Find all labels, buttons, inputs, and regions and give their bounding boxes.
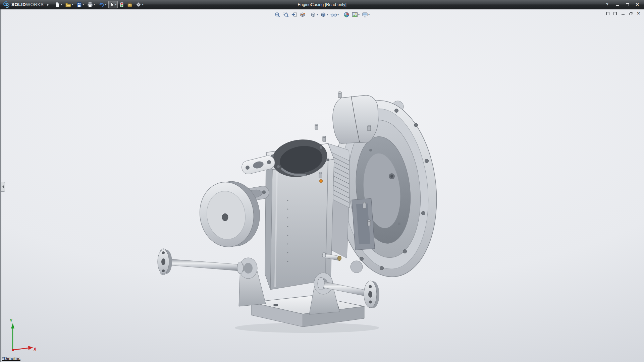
save-button[interactable]: ▾ (75, 1, 85, 8)
solidworks-swirl-icon (3, 1, 10, 8)
hide-show-glasses-icon (330, 12, 337, 18)
close-document-button[interactable]: ✕ (636, 11, 641, 16)
brand-works: WORKS (26, 2, 44, 7)
rebuild-button[interactable] (118, 1, 125, 8)
save-icon (76, 2, 82, 7)
brand-solid: SOLID (11, 2, 26, 7)
open-document-icon (65, 2, 71, 7)
view-settings-icon (362, 12, 368, 18)
view-orientation-button[interactable]: ▾ (309, 11, 319, 19)
document-window-controls: ✕ (605, 11, 641, 16)
close-icon: ✕ (636, 2, 639, 7)
pane-left-button[interactable] (605, 11, 610, 16)
app-logo[interactable]: SOLIDWORKS (0, 1, 46, 8)
engine-casing-model[interactable] (0, 9, 644, 362)
options-dropdown-caret-icon[interactable]: ▾ (142, 3, 143, 6)
window-controls: ? ✕ (604, 2, 644, 7)
view-orientation-caret-icon[interactable]: ▾ (317, 13, 318, 16)
close-button[interactable]: ✕ (635, 2, 640, 7)
view-settings-button[interactable]: ▾ (361, 11, 371, 19)
brand-text: SOLIDWORKS (11, 2, 44, 7)
options-button[interactable]: ▾ (135, 1, 145, 8)
hide-show-items-button[interactable]: ▾ (329, 11, 340, 19)
x-axis-label: X (34, 347, 36, 352)
minimize-icon (616, 5, 619, 6)
hide-show-caret-icon[interactable]: ▾ (337, 13, 339, 16)
maximize-icon (626, 3, 629, 6)
print-button[interactable]: ▾ (86, 1, 96, 8)
save-dropdown-caret-icon[interactable]: ▾ (83, 3, 84, 6)
new-document-button[interactable]: ▾ (54, 1, 63, 8)
featuremanager-collapsed-tab[interactable] (1, 182, 5, 192)
y-axis-label: Y (10, 318, 12, 323)
edit-appearance-sphere-icon (343, 12, 350, 18)
previous-view-icon (291, 12, 297, 18)
view-orientation-label: *Dimetric (2, 356, 20, 361)
display-style-button[interactable]: ▾ (319, 11, 329, 19)
new-document-icon (55, 2, 60, 7)
restore-document-button[interactable] (628, 11, 634, 16)
edit-appearance-button[interactable] (342, 11, 351, 19)
minimize-button[interactable] (614, 2, 620, 7)
apply-scene-button[interactable]: ▾ (351, 11, 361, 19)
options-gear-icon (136, 2, 141, 7)
view-settings-caret-icon[interactable]: ▾ (368, 13, 370, 16)
minimize-document-button[interactable] (620, 11, 626, 16)
rebuild-traffic-light-icon (120, 2, 124, 7)
minimize-document-icon (622, 14, 625, 15)
solidworks-window: SOLIDWORKS ▾ ▾ ▾ ▾ ▾ ▾ (0, 0, 644, 362)
print-icon (87, 2, 93, 7)
file-properties-icon (127, 2, 132, 7)
pane-right-button[interactable] (612, 11, 618, 16)
close-document-icon: ✕ (637, 11, 640, 16)
select-cursor-icon (110, 2, 114, 7)
zoom-to-area-button[interactable] (282, 11, 290, 19)
pane-right-icon (613, 12, 617, 15)
zoom-to-fit-button[interactable] (273, 11, 281, 19)
title-bar: SOLIDWORKS ▾ ▾ ▾ ▾ ▾ ▾ (0, 0, 644, 9)
display-style-icon (320, 12, 326, 18)
select-dropdown-caret-icon[interactable]: ▾ (115, 3, 116, 6)
help-button[interactable]: ? (604, 2, 610, 7)
triad-origin (12, 349, 14, 351)
reference-triad[interactable]: Y X (5, 318, 38, 355)
x-axis-arrow-icon (28, 346, 33, 350)
display-style-caret-icon[interactable]: ▾ (327, 13, 328, 16)
undo-icon (98, 2, 104, 7)
menu-flyout-arrow-icon[interactable] (47, 3, 49, 6)
document-title: EngineCasing [Read-only] (0, 2, 644, 7)
zoom-to-area-icon (283, 12, 289, 18)
pane-left-icon (606, 12, 609, 15)
open-document-button[interactable]: ▾ (64, 1, 74, 8)
previous-view-button[interactable] (290, 11, 298, 19)
view-orientation-cube-icon (310, 12, 316, 18)
y-axis-arrow-icon (11, 323, 14, 328)
heads-up-view-toolbar: ▾ ▾ ▾ ▾ ▾ (273, 11, 371, 19)
undo-button[interactable]: ▾ (97, 1, 108, 8)
graphics-area[interactable]: ▾ ▾ ▾ ▾ ▾ (0, 9, 644, 362)
new-dropdown-caret-icon[interactable]: ▾ (61, 3, 62, 6)
open-dropdown-caret-icon[interactable]: ▾ (72, 3, 73, 6)
section-view-icon (300, 12, 306, 18)
undo-dropdown-caret-icon[interactable]: ▾ (105, 3, 106, 6)
restore-document-icon (629, 13, 632, 15)
apply-scene-icon (352, 12, 358, 18)
maximize-button[interactable] (625, 2, 630, 7)
expand-panel-arrow-icon (2, 185, 4, 188)
apply-scene-caret-icon[interactable]: ▾ (358, 13, 360, 16)
print-dropdown-caret-icon[interactable]: ▾ (94, 3, 95, 6)
section-view-button[interactable] (299, 11, 307, 19)
file-properties-button[interactable] (126, 1, 134, 8)
zoom-to-fit-icon (274, 12, 280, 18)
select-button[interactable]: ▾ (108, 1, 118, 8)
